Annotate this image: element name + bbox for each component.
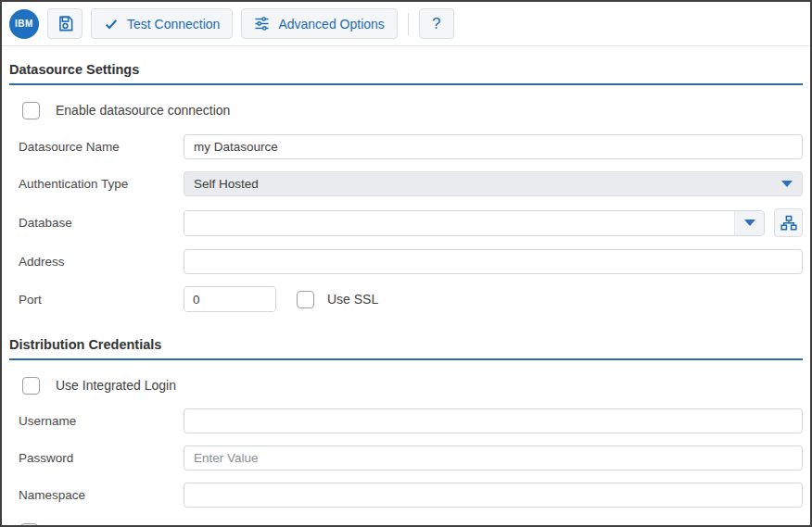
authentication-type-label: Authentication Type: [19, 177, 184, 191]
enable-datasource-label: Enable datasource connection: [56, 103, 230, 118]
form-content: Datasource Settings Enable datasource co…: [2, 62, 810, 527]
integrated-login-label: Use Integrated Login: [56, 378, 176, 393]
datasource-name-input[interactable]: [184, 134, 803, 159]
different-credentials-row: Use different credentials for data colle…: [20, 522, 803, 527]
sliders-icon: [254, 16, 270, 31]
password-label: Password: [19, 451, 184, 465]
chevron-down-icon: [781, 181, 793, 187]
datasource-name-row: Datasource Name: [19, 134, 803, 159]
database-label: Database: [19, 216, 184, 230]
password-input[interactable]: [184, 445, 803, 471]
database-dropdown-button[interactable]: [734, 211, 764, 235]
datasource-settings-title: Datasource Settings: [9, 62, 803, 77]
datasource-name-label: Datasource Name: [19, 140, 184, 154]
advanced-options-label: Advanced Options: [278, 17, 384, 31]
integrated-login-row: Use Integrated Login: [22, 376, 803, 395]
ibm-logo: IBM: [9, 9, 39, 39]
different-credentials-checkbox[interactable]: [20, 523, 38, 527]
namespace-row: Namespace: [19, 483, 803, 508]
port-label: Port: [19, 293, 184, 307]
address-input[interactable]: [184, 249, 803, 274]
save-button[interactable]: [47, 8, 82, 39]
address-row: Address: [19, 249, 803, 274]
help-button[interactable]: ?: [419, 8, 454, 39]
sitemap-icon: [780, 215, 797, 232]
username-row: Username: [19, 408, 803, 433]
floppy-disk-icon: [57, 15, 74, 32]
address-label: Address: [19, 255, 184, 269]
chevron-down-icon: [744, 220, 755, 226]
database-combobox[interactable]: [184, 210, 765, 236]
authentication-type-value: Self Hosted: [194, 177, 781, 191]
checkmark-icon: [104, 17, 119, 31]
distribution-credentials-title: Distribution Credentials: [9, 337, 803, 352]
toolbar: IBM Test Connection Advanced Options: [2, 2, 810, 46]
test-connection-button[interactable]: Test Connection: [91, 8, 233, 39]
integrated-login-checkbox[interactable]: [22, 377, 40, 395]
authentication-type-row: Authentication Type Self Hosted: [19, 171, 803, 196]
port-row: Port Use SSL: [19, 286, 803, 312]
use-ssl-group: Use SSL: [297, 291, 378, 308]
namespace-label: Namespace: [19, 488, 184, 502]
use-ssl-label: Use SSL: [327, 292, 378, 307]
username-label: Username: [19, 414, 184, 428]
enable-datasource-checkbox[interactable]: [22, 102, 40, 119]
datasource-settings-header: Datasource Settings: [9, 62, 803, 85]
namespace-input[interactable]: [184, 483, 803, 508]
database-input[interactable]: [184, 211, 734, 235]
database-row: Database: [19, 208, 803, 237]
enable-datasource-row: Enable datasource connection: [22, 101, 803, 119]
username-input[interactable]: [184, 408, 803, 433]
password-row: Password: [19, 445, 803, 471]
authentication-type-select[interactable]: Self Hosted: [184, 171, 803, 196]
advanced-options-button[interactable]: Advanced Options: [241, 8, 397, 39]
use-ssl-checkbox[interactable]: [297, 291, 314, 308]
database-browse-button[interactable]: [774, 208, 803, 237]
port-input[interactable]: [184, 287, 276, 311]
toolbar-divider: [408, 13, 409, 35]
test-connection-label: Test Connection: [127, 17, 220, 31]
distribution-credentials-header: Distribution Credentials: [9, 337, 803, 360]
port-stepper[interactable]: [184, 286, 276, 312]
